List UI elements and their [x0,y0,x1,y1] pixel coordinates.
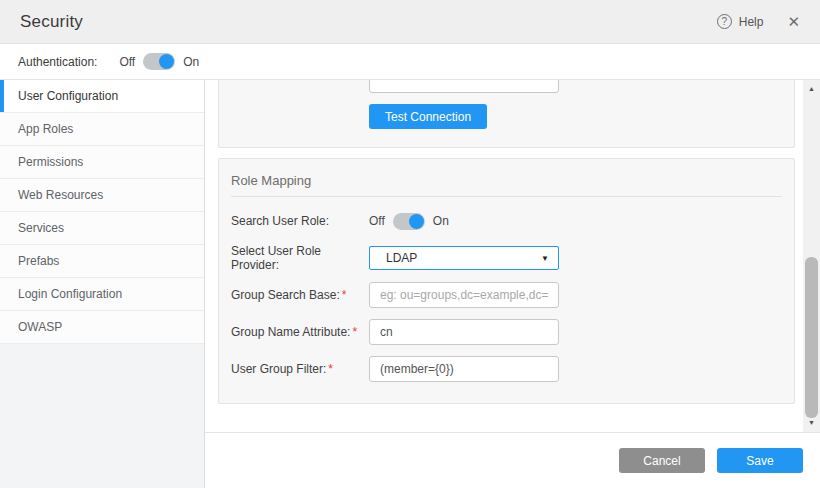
section-divider [231,196,782,197]
scrollbar-thumb[interactable] [805,257,818,418]
page-title: Security [20,12,83,32]
search-user-role-on-label: On [433,214,449,228]
sidebar-item-prefabs[interactable]: Prefabs [0,245,204,278]
cancel-button[interactable]: Cancel [619,448,705,473]
sidebar-item-app-roles[interactable]: App Roles [0,113,204,146]
search-user-role-off-label: Off [369,214,385,228]
sidebar-item-owasp[interactable]: OWASP [0,311,204,344]
authentication-bar: Authentication: Off On [0,44,820,80]
search-user-role-row: Search User Role: Off On [231,208,782,234]
provider-row: Select User Role Provider: LDAP ▼ [231,245,782,271]
authentication-toggle[interactable] [143,53,175,70]
provider-selected-value: LDAP [386,251,417,265]
search-user-role-toggle[interactable] [393,213,425,230]
footer-action-bar: Cancel Save [205,432,820,488]
authentication-on-label: On [183,55,199,69]
group-search-base-row: Group Search Base:* [231,282,782,308]
user-group-filter-row: User Group Filter:* [231,356,782,382]
save-button[interactable]: Save [717,448,803,473]
role-mapping-card: Role Mapping Search User Role: Off On Se… [218,158,795,404]
required-asterisk: * [352,325,357,339]
connection-card: Test Connection [218,80,795,148]
main-layout: User Configuration App Roles Permissions… [0,80,820,488]
sidebar-item-services[interactable]: Services [0,212,204,245]
title-bar: Security ? Help ✕ [0,0,820,44]
group-name-attribute-input[interactable] [369,319,559,345]
user-role-provider-select[interactable]: LDAP ▼ [369,246,559,270]
sidebar-item-permissions[interactable]: Permissions [0,146,204,179]
help-label: Help [739,15,764,29]
chevron-down-icon: ▼ [541,254,549,263]
group-search-base-label: Group Search Base:* [231,288,369,302]
role-mapping-title: Role Mapping [231,171,782,196]
scroll-area: Test Connection Role Mapping Search User… [205,80,803,432]
vertical-scrollbar[interactable]: ▲ ▼ [803,80,820,432]
toggle-knob [159,54,174,69]
authentication-label: Authentication: [18,55,97,69]
sidebar-item-user-configuration[interactable]: User Configuration [0,80,204,113]
required-asterisk: * [328,362,333,376]
authentication-off-label: Off [119,55,135,69]
main-content: Test Connection Role Mapping Search User… [205,80,820,488]
user-group-filter-input[interactable] [369,356,559,382]
close-icon[interactable]: ✕ [787,14,800,29]
provider-label: Select User Role Provider: [231,244,369,272]
sidebar-item-login-configuration[interactable]: Login Configuration [0,278,204,311]
connection-field[interactable] [369,80,559,93]
test-connection-button[interactable]: Test Connection [369,104,487,129]
required-asterisk: * [342,288,347,302]
scroll-up-icon[interactable]: ▲ [803,82,820,96]
group-name-attribute-row: Group Name Attribute:* [231,319,782,345]
group-search-base-input[interactable] [369,282,559,308]
help-icon: ? [717,14,732,29]
scroll-down-icon[interactable]: ▼ [803,416,820,430]
sidebar: User Configuration App Roles Permissions… [0,80,205,488]
toggle-knob [409,214,424,229]
group-name-attribute-label: Group Name Attribute:* [231,325,369,339]
sidebar-item-web-resources[interactable]: Web Resources [0,179,204,212]
help-button[interactable]: ? Help [717,14,764,29]
search-user-role-label: Search User Role: [231,214,369,228]
user-group-filter-label: User Group Filter:* [231,362,369,376]
search-user-role-toggle-group: Off On [369,213,449,230]
